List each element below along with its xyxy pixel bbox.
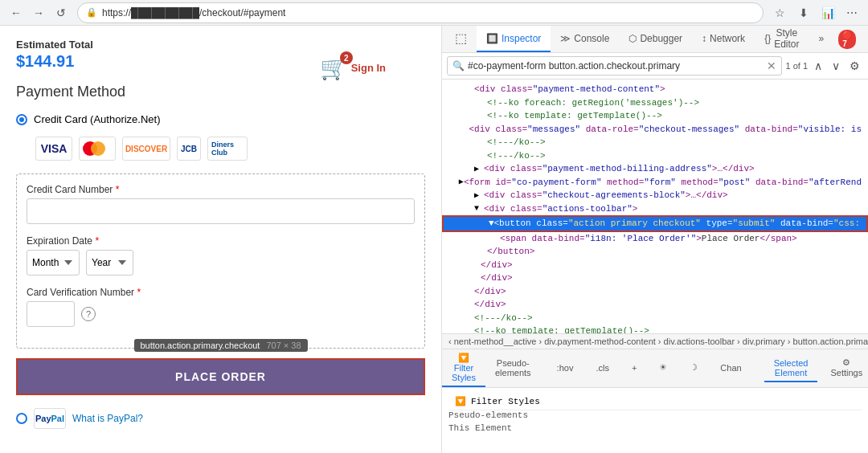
credit-card-label: Credit Card (Authorize.Net) <box>34 113 161 125</box>
html-line-selected[interactable]: ▼ <button class="action primary checkout… <box>442 215 868 232</box>
cart-count: 2 <box>340 51 353 64</box>
expiration-required: * <box>95 235 99 247</box>
expiration-label: Expiration Date * <box>27 235 415 247</box>
search-next-button[interactable]: ∨ <box>829 58 843 74</box>
cvn-required: * <box>137 287 141 298</box>
card-number-required: * <box>116 184 120 195</box>
forward-button[interactable]: → <box>29 3 48 22</box>
search-clear-button[interactable]: ✕ <box>767 60 776 71</box>
element-tooltip: button.action.primary.checkout 707 × 38 <box>133 339 307 352</box>
debugger-label: Debugger <box>640 33 682 44</box>
error-badge: 🔴 7 <box>838 30 856 49</box>
card-number-group: Credit Card Number * <box>27 184 415 224</box>
paypal-radio[interactable] <box>16 413 27 424</box>
year-select[interactable]: Year202420252026202720282029203020312032… <box>86 250 133 275</box>
tab-inspector[interactable]: 🔲 Inspector <box>477 26 551 52</box>
mastercard-logo <box>79 137 116 161</box>
back-button[interactable]: ← <box>6 3 26 22</box>
styles-area: 🔽 Filter Styles Pseudo-elements This Ele… <box>442 388 868 453</box>
light-theme-button[interactable]: ☀ <box>649 359 677 378</box>
inspector-icon: 🔲 <box>486 33 498 44</box>
cart-button[interactable]: 🛒 2 <box>320 55 348 81</box>
tab-style-editor[interactable]: {} Style Editor <box>755 26 809 52</box>
search-match-count: 1 of 1 <box>785 61 808 71</box>
sign-in-link[interactable]: Sign In <box>351 62 386 74</box>
credit-card-option[interactable]: Credit Card (Authorize.Net) <box>16 113 425 125</box>
html-line: </div> <box>442 298 868 312</box>
network-icon: ↕ <box>702 33 706 44</box>
breadcrumb-content: ‹ nent-method__active › div.payment-meth… <box>448 337 868 346</box>
console-icon: ≫ <box>560 33 571 44</box>
month-select[interactable]: MonthJanFebMarAprMayJunJulAugSepOctNovDe… <box>27 250 80 275</box>
debugger-icon: ⬡ <box>628 33 637 44</box>
dark-theme-button[interactable]: ☽ <box>680 359 707 378</box>
place-order-button[interactable]: PLACE ORDER <box>16 358 425 395</box>
devtools-responsive-btn[interactable]: ⬚ <box>861 28 868 51</box>
history-button[interactable]: 📊 <box>818 3 837 22</box>
html-line: <!--ko template: getTemplate()--> <box>442 324 868 333</box>
style-options: :hov .cls + ☀ ☽ Chan <box>541 349 758 387</box>
bookmark-button[interactable]: ☆ <box>770 3 789 22</box>
html-line: </div> <box>442 285 868 299</box>
html-line: ▼<div class="actions-toolbar"> <box>442 202 868 216</box>
html-line: <div class="payment-method-content"> <box>442 83 868 96</box>
inspector-label: Inspector <box>502 33 541 44</box>
card-details-section: Credit Card Number * Expiration Date * M… <box>16 173 425 349</box>
network-label: Network <box>710 33 745 44</box>
more-button[interactable]: ⋯ <box>842 3 862 22</box>
add-rule-button[interactable]: + <box>622 360 646 378</box>
html-line: </button> <box>442 245 868 259</box>
bottom-tab-pseudo[interactable]: Pseudo-elements <box>485 349 541 387</box>
html-line: <!---/ko--> <box>442 136 868 149</box>
devtools-pick-button[interactable]: ⬚ <box>445 26 477 52</box>
tab-debugger[interactable]: ⬡ Debugger <box>619 26 692 52</box>
cls-button[interactable]: .cls <box>586 360 619 378</box>
style-editor-label: Style Editor <box>774 27 799 50</box>
bottom-tab-selected-element[interactable]: Selected Element <box>764 355 818 382</box>
html-line: </div> <box>442 271 868 285</box>
html-source: <div class="payment-method-content"> <!-… <box>442 80 868 333</box>
paypal-what-link[interactable]: What is PayPal? <box>72 413 143 424</box>
cart-icon-area: 🛒 2 Sign In <box>320 55 386 81</box>
chan-button[interactable]: Chan <box>710 360 751 378</box>
estimated-total-label: Estimated Total <box>16 39 425 51</box>
search-input[interactable] <box>468 60 764 71</box>
tab-network[interactable]: ↕ Network <box>692 26 755 52</box>
cvn-input[interactable] <box>27 301 75 327</box>
search-options-button[interactable]: ⚙ <box>846 58 863 74</box>
cvn-info-icon[interactable]: ? <box>81 307 96 321</box>
reload-button[interactable]: ↺ <box>51 3 71 22</box>
cvn-row: ? <box>27 301 415 327</box>
tooltip-selector: button.action.primary.checkout <box>140 341 260 350</box>
html-line: ▶<div class="checkout-agreements-block">… <box>442 189 868 202</box>
checkout-panel: Estimated Total $144.91 Payment Method C… <box>0 26 442 453</box>
breadcrumb-bar: ‹ nent-method__active › div.payment-meth… <box>442 333 868 349</box>
search-prev-button[interactable]: ∧ <box>811 58 825 74</box>
filter-label: Filter Styles <box>471 397 540 406</box>
search-icon: 🔍 <box>452 60 465 71</box>
jcb-logo: JCB <box>177 137 201 161</box>
nav-buttons: ← → ↺ <box>6 3 71 22</box>
dinersclub-logo: Diners Club <box>207 137 248 161</box>
address-bar[interactable]: 🔒 https://██████████/checkout/#payment <box>77 2 764 23</box>
tab-console[interactable]: ≫ Console <box>551 26 619 52</box>
security-icon: 🔒 <box>86 7 97 18</box>
pseudo-elements-label: Pseudo-elements <box>448 410 862 420</box>
credit-card-radio[interactable] <box>16 114 27 125</box>
devtools-bottom-tabs: 🔽 Filter Styles Pseudo-elements :hov .cl… <box>442 349 868 388</box>
hov-button[interactable]: :hov <box>547 360 583 378</box>
bottom-tab-filter-styles[interactable]: 🔽 Filter Styles <box>442 349 485 387</box>
tab-more[interactable]: » <box>809 26 834 52</box>
cvn-group: Card Verification Number * ? <box>27 287 415 327</box>
discover-logo: DISCOVER <box>122 137 170 161</box>
style-editor-icon: {} <box>764 33 771 44</box>
main-wrapper: Estimated Total $144.91 Payment Method C… <box>0 26 868 453</box>
card-number-input[interactable] <box>27 198 415 224</box>
browser-actions: ☆ ⬇ 📊 ⋯ <box>770 3 862 22</box>
devtools-search-bar: 🔍 ✕ 1 of 1 ∧ ∨ ⚙ <box>442 53 868 80</box>
save-button[interactable]: ⬇ <box>794 3 813 22</box>
devtools-right-actions: 🔴 7 ⬚ ⋯ ✕ <box>833 28 868 51</box>
html-line: <span data-bind="i18n: 'Place Order'">Pl… <box>442 232 868 246</box>
settings-tab[interactable]: ⚙ Settings <box>821 354 868 382</box>
devtools-toolbar: ⬚ 🔲 Inspector ≫ Console ⬡ Debugger ↕ Net… <box>442 26 868 53</box>
